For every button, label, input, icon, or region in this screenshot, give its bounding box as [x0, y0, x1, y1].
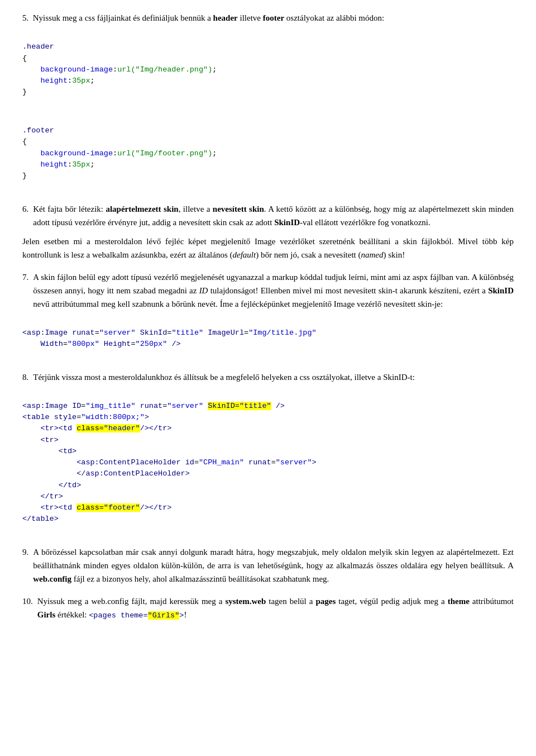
- intro-end: osztályokat az alábbi módon:: [284, 13, 384, 22]
- section-8: 8. Térjünk vissza most a mesteroldalunkh…: [22, 370, 514, 536]
- para-8-num: 8.: [22, 370, 28, 384]
- header-selector: .header: [22, 42, 54, 51]
- para-6-num: 6.: [22, 202, 28, 229]
- para-6b: Jelen esetben mi a mesteroldalon lévő fe…: [22, 235, 514, 261]
- footer-height-val: 35px: [72, 160, 90, 169]
- footer-bg-val: url("Img/footer.png"): [117, 149, 212, 158]
- para-10-content: Nyissuk meg a web.config fájlt, majd ker…: [37, 595, 514, 622]
- footer-bg-prop: background-image: [40, 149, 113, 158]
- nevesitett-skin: nevesített skin: [213, 205, 264, 213]
- para-7: 7. A skin fájlon belül egy adott típusú …: [22, 270, 514, 311]
- bg-image-prop: background-image: [40, 65, 113, 74]
- section-7: 7. A skin fájlon belül egy adott típusú …: [22, 270, 514, 362]
- section-6: 6. Két fajta bőr létezik: alapértelmezet…: [22, 202, 514, 261]
- section-9: 9. A bőrözéssel kapcsolatban már csak an…: [22, 545, 514, 586]
- class-header-highlight: class="header": [76, 424, 140, 432]
- height-prop: height: [40, 77, 68, 85]
- intro-mid: illetve: [238, 13, 263, 22]
- para-7-num: 7.: [22, 270, 28, 311]
- intro-text: 5. Nyissuk meg a css fájljainkat és defi…: [22, 13, 213, 22]
- header-code-block: .header { background-image:url("Img/head…: [22, 30, 514, 110]
- alapertelmezett-skin: alapértelmezett skin: [106, 205, 178, 213]
- footer-keyword: footer: [263, 13, 284, 22]
- footer-selector: .footer: [22, 126, 54, 135]
- para-8: 8. Térjünk vissza most a mesteroldalunkh…: [22, 370, 514, 384]
- para-10-num: 10.: [22, 595, 33, 622]
- skinid-highlight: SkinID="title": [208, 402, 271, 410]
- code-block-8: <asp:Image ID="img_title" runat="server"…: [22, 389, 514, 536]
- section-5: 5. Nyissuk meg a css fájljainkat és defi…: [22, 11, 514, 193]
- footer-height-prop: height: [40, 160, 68, 169]
- class-footer-highlight: class="footer": [76, 503, 140, 512]
- para-9-num: 9.: [22, 545, 28, 586]
- height-val: 35px: [72, 77, 90, 85]
- skinid-keyword: SkinID: [274, 218, 300, 227]
- pages-theme-code: <pages theme="Girls">: [89, 611, 184, 620]
- footer-code-block: .footer { background-image:url("Img/foot…: [22, 114, 514, 193]
- para-7-content: A skin fájlon belül egy adott típusú vez…: [33, 270, 514, 311]
- bg-image-val: url("Img/header.png"): [117, 65, 212, 74]
- para-10: 10. Nyissuk meg a web.config fájlt, majd…: [22, 595, 514, 622]
- section-10: 10. Nyissuk meg a web.config fájlt, majd…: [22, 595, 514, 622]
- para-8-content: Térjünk vissza most a mesteroldalunkhoz …: [33, 370, 415, 384]
- para-9-content: A bőrözéssel kapcsolatban már csak annyi…: [33, 545, 514, 586]
- intro-paragraph: 5. Nyissuk meg a css fájljainkat és defi…: [22, 11, 514, 25]
- asp-image-skin-code: <asp:Image runat="server" SkinId="title"…: [22, 316, 514, 362]
- header-keyword: header: [213, 13, 238, 22]
- para-6-content: Két fajta bőr létezik: alapértelmezett s…: [33, 202, 514, 229]
- para-9: 9. A bőrözéssel kapcsolatban már csak an…: [22, 545, 514, 586]
- para-6: 6. Két fajta bőr létezik: alapértelmezet…: [22, 202, 514, 229]
